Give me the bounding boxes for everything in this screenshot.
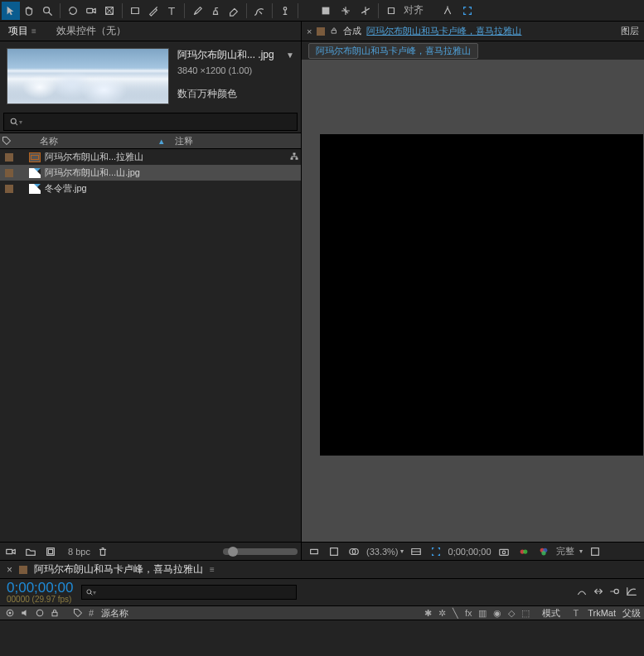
viewer-footer: (33.3%) ▾ 0;00;00;00 完整 ▾	[302, 542, 644, 560]
roto-brush-tool[interactable]	[250, 2, 269, 20]
local-axis-icon[interactable]	[317, 2, 335, 20]
switches-icon[interactable]: ▥	[478, 608, 487, 619]
switches-icon[interactable]: ◉	[493, 608, 501, 619]
show-channel-icon[interactable]	[516, 544, 531, 559]
bpc-label[interactable]: 8 bpc	[68, 547, 90, 557]
interpret-footage-icon[interactable]	[3, 544, 18, 559]
close-tab-icon[interactable]: ×	[7, 564, 12, 576]
zoom-dropdown[interactable]: (33.3%) ▾	[366, 547, 404, 557]
svg-rect-11	[7, 549, 12, 553]
timeline-timecode[interactable]: 0;00;00;00	[7, 581, 73, 595]
audio-toggle-icon[interactable]	[18, 606, 31, 620]
timeline-search[interactable]: ▾	[81, 585, 297, 600]
orbit-camera-tool[interactable]	[64, 2, 82, 20]
breadcrumb-item[interactable]: 阿玛尔布朗山和马卡卢峰，喜马拉雅山	[308, 43, 478, 59]
project-row[interactable]: 冬令营.jpg	[0, 181, 301, 196]
color-management-icon[interactable]	[536, 544, 551, 559]
fx-switch-icon[interactable]: fx	[465, 608, 472, 618]
view-options-icon[interactable]	[588, 544, 603, 559]
sort-indicator-icon[interactable]: ▴	[153, 136, 170, 147]
index-column[interactable]: #	[89, 608, 94, 618]
switches-icon[interactable]: ✲	[438, 608, 446, 619]
search-dropdown-icon[interactable]: ▾	[19, 118, 22, 126]
3d-switch-icon[interactable]: ⬚	[521, 608, 530, 619]
snapshot-icon[interactable]	[496, 544, 511, 559]
asset-dimensions: 3840 ×1200 (1.00)	[177, 65, 294, 75]
toggle-alpha-icon[interactable]	[307, 544, 322, 559]
close-tab-icon[interactable]: ×	[307, 27, 312, 36]
unified-camera-tool[interactable]	[82, 2, 100, 20]
source-name-column[interactable]: 源名称	[101, 607, 128, 620]
svg-rect-33	[52, 612, 57, 616]
pen-tool[interactable]	[144, 2, 162, 20]
comp-name-link[interactable]: 阿玛尔布朗山和马卡卢峰，喜马拉雅山	[366, 25, 521, 37]
search-help-icon[interactable]	[438, 2, 457, 20]
label-color-swatch[interactable]	[5, 169, 13, 177]
toggle-mask-icon[interactable]	[346, 544, 361, 559]
viewport[interactable]	[302, 60, 644, 542]
switches-icon[interactable]: ╲	[453, 608, 458, 619]
composition-canvas[interactable]	[320, 134, 643, 456]
mode-column[interactable]: 模式	[542, 607, 560, 620]
view-axis-icon[interactable]	[356, 2, 375, 20]
label-column-icon[interactable]	[71, 606, 85, 620]
lock-toggle-icon[interactable]	[48, 606, 61, 620]
frame-blend-icon[interactable]	[593, 586, 604, 600]
asset-dropdown-icon[interactable]: ▼	[286, 51, 294, 60]
graph-editor-icon[interactable]	[626, 586, 637, 600]
asset-preview: 阿玛尔布朗山和... .jpg ▼ 3840 ×1200 (1.00) 数百万种…	[0, 41, 301, 111]
t-column[interactable]: T	[573, 608, 579, 618]
tab-project[interactable]: 项目 ≡	[8, 24, 36, 38]
resolution-dropdown[interactable]: 完整	[556, 545, 574, 557]
tab-layers[interactable]: 图层	[621, 25, 639, 37]
lock-icon[interactable]	[330, 27, 338, 36]
trash-icon[interactable]	[95, 544, 110, 559]
type-tool[interactable]	[162, 2, 181, 20]
new-comp-icon[interactable]	[43, 544, 58, 559]
hand-tool[interactable]	[20, 2, 38, 20]
image-file-icon	[29, 184, 41, 194]
brush-tool[interactable]	[188, 2, 206, 20]
thumbnail-size-slider[interactable]	[223, 548, 298, 555]
toggle-transparency-grid-icon[interactable]	[327, 544, 341, 559]
timeline-panel: × 阿玛尔布朗山和马卡卢峰，喜马拉雅山 ≡ 0;00;00;00 00000 (…	[0, 560, 644, 656]
rectangle-tool[interactable]	[126, 2, 144, 20]
tag-icon[interactable]	[2, 136, 12, 146]
project-row[interactable]: 阿玛尔布朗山和...拉雅山	[0, 149, 301, 165]
col-name[interactable]: 名称	[40, 135, 153, 147]
timeline-frames: 00000 (29.97 fps)	[7, 595, 73, 604]
eraser-tool[interactable]	[225, 2, 243, 20]
label-color-swatch[interactable]	[5, 185, 13, 193]
switches-icon[interactable]: ◇	[508, 608, 515, 619]
solo-toggle-icon[interactable]	[33, 606, 46, 620]
flowchart-icon[interactable]	[289, 152, 299, 163]
motion-blur-icon[interactable]	[609, 586, 621, 600]
current-timecode[interactable]: 0;00;00;00	[448, 547, 491, 557]
zoom-tool[interactable]	[38, 2, 56, 20]
region-of-interest-icon[interactable]	[429, 544, 443, 559]
trkmat-column[interactable]: TrkMat	[588, 608, 616, 618]
project-row[interactable]: 阿玛尔布朗山和...山.jpg	[0, 165, 301, 181]
col-comment[interactable]: 注释	[175, 135, 299, 147]
video-toggle-icon[interactable]	[3, 606, 17, 620]
snapping-icon[interactable]	[382, 2, 400, 20]
timeline-tab-title[interactable]: 阿玛尔布朗山和马卡卢峰，喜马拉雅山	[34, 562, 203, 576]
project-search[interactable]: ▾	[3, 113, 298, 131]
puppet-pin-tool[interactable]	[276, 2, 294, 20]
pan-behind-tool[interactable]	[100, 2, 119, 20]
parent-column[interactable]: 父级	[622, 607, 641, 620]
panel-menu-icon[interactable]: ≡	[31, 27, 36, 36]
new-folder-icon[interactable]	[23, 544, 38, 559]
clone-stamp-tool[interactable]	[206, 2, 225, 20]
panel-menu-icon[interactable]: ≡	[210, 565, 215, 574]
label-color-swatch[interactable]	[5, 153, 13, 162]
world-axis-icon[interactable]	[337, 2, 355, 20]
tab-effect-controls[interactable]: 效果控件（无）	[56, 24, 126, 38]
expand-icon[interactable]	[458, 2, 477, 20]
selection-tool[interactable]	[2, 2, 20, 20]
composition-panel: × 合成 阿玛尔布朗山和马卡卢峰，喜马拉雅山 图层 阿玛尔布朗山和马卡卢峰，喜马…	[302, 22, 644, 560]
switches-icon[interactable]: ✱	[424, 608, 432, 619]
shy-toggle-icon[interactable]	[576, 586, 588, 600]
row-name: 阿玛尔布朗山和...拉雅山	[45, 151, 289, 163]
resolution-icon[interactable]	[409, 544, 424, 559]
